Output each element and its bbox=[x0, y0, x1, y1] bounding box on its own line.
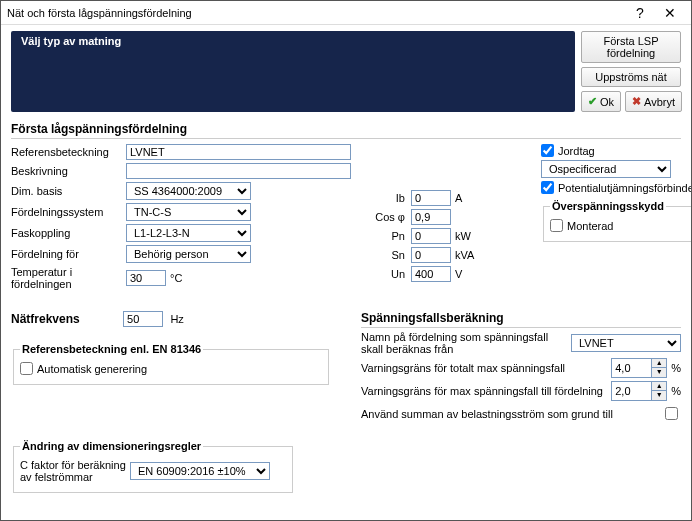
ib-input[interactable] bbox=[411, 190, 451, 206]
close-button[interactable]: ✕ bbox=[655, 5, 685, 21]
upstream-button[interactable]: Uppströms nät bbox=[581, 67, 681, 87]
autogen-checkbox-row[interactable]: Automatisk generering bbox=[20, 362, 322, 375]
vdrop-usebase-checkbox[interactable] bbox=[665, 407, 678, 420]
earth-select[interactable]: Ospecificerad bbox=[541, 160, 671, 178]
mounted-label: Monterad bbox=[567, 220, 613, 232]
autogen-checkbox[interactable] bbox=[20, 362, 33, 375]
cross-icon: ✖ bbox=[632, 95, 641, 108]
cfactor-select[interactable]: EN 60909:2016 ±10% bbox=[130, 462, 270, 480]
ref-input[interactable] bbox=[126, 144, 351, 160]
dimrule-heading: Ändring av dimensioneringsregler bbox=[20, 440, 203, 452]
vdrop-usebase-label: Använd summan av belastningsström som gr… bbox=[361, 408, 661, 420]
sn-input[interactable] bbox=[411, 247, 451, 263]
cos-input[interactable] bbox=[411, 209, 451, 225]
lv-heading: Första lågspänningsfördelning bbox=[11, 122, 681, 139]
temp-label: Temperatur i fördelningen bbox=[11, 266, 126, 290]
cfactor-label: C faktor för beräkning av felströmmar bbox=[20, 459, 130, 483]
equi-checkbox-row[interactable]: Potentialutjämningsförbindelse. bbox=[541, 181, 691, 194]
desc-input[interactable] bbox=[126, 163, 351, 179]
window-title: Nät och första lågspänningsfördelning bbox=[7, 7, 625, 19]
ib-label: Ib bbox=[371, 192, 411, 204]
vdrop-part-spinner[interactable]: ▲▼ bbox=[611, 381, 667, 401]
vdrop-part-input[interactable] bbox=[611, 381, 651, 401]
sn-label: Sn bbox=[371, 249, 411, 261]
earth-checkbox-row[interactable]: Jordtag bbox=[541, 144, 691, 157]
check-icon: ✔ bbox=[588, 95, 597, 108]
surge-legend: Överspänningsskydd bbox=[550, 200, 666, 212]
spin-up-icon[interactable]: ▲ bbox=[652, 382, 666, 391]
vdrop-part-label: Varningsgräns för max spänningsfall till… bbox=[361, 385, 611, 397]
phase-label: Faskoppling bbox=[11, 227, 126, 239]
pn-label: Pn bbox=[371, 230, 411, 242]
spin-down-icon[interactable]: ▼ bbox=[652, 368, 666, 377]
ib-unit: A bbox=[455, 192, 462, 204]
dimrule-group: Ändring av dimensioneringsregler C fakto… bbox=[13, 440, 293, 493]
pct-unit2: % bbox=[671, 385, 681, 397]
distsys-label: Fördelningssystem bbox=[11, 206, 126, 218]
surge-group: Överspänningsskydd Monterad bbox=[543, 200, 691, 242]
mounted-checkbox-row[interactable]: Monterad bbox=[550, 219, 691, 232]
ok-button[interactable]: ✔Ok bbox=[581, 91, 621, 112]
pn-input[interactable] bbox=[411, 228, 451, 244]
pct-unit: % bbox=[671, 362, 681, 374]
first-lsp-button[interactable]: Första LSP fördelning bbox=[581, 31, 681, 63]
un-unit: V bbox=[455, 268, 462, 280]
distfor-select[interactable]: Behörig person bbox=[126, 245, 251, 263]
freq-unit: Hz bbox=[170, 313, 183, 325]
un-label: Un bbox=[371, 268, 411, 280]
mounted-checkbox[interactable] bbox=[550, 219, 563, 232]
equi-label: Potentialutjämningsförbindelse. bbox=[558, 182, 691, 194]
titlebar: Nät och första lågspänningsfördelning ? … bbox=[1, 1, 691, 25]
cancel-button[interactable]: ✖Avbryt bbox=[625, 91, 682, 112]
distsys-select[interactable]: TN-C-S bbox=[126, 203, 251, 221]
vdrop-total-label: Varningsgräns för totalt max spänningsfa… bbox=[361, 362, 611, 374]
mode-bar: Välj typ av matning G bbox=[11, 31, 575, 112]
phase-select[interactable]: L1-L2-L3-N bbox=[126, 224, 251, 242]
dimbasis-select[interactable]: SS 4364000:2009 bbox=[126, 182, 251, 200]
earth-checkbox[interactable] bbox=[541, 144, 554, 157]
un-input[interactable] bbox=[411, 266, 451, 282]
ref81346-group: Referensbeteckning enl. EN 81346 Automat… bbox=[13, 343, 329, 385]
spin-down-icon[interactable]: ▼ bbox=[652, 391, 666, 400]
vdrop-heading: Spänningsfallsberäkning bbox=[361, 311, 681, 328]
desc-label: Beskrivning bbox=[11, 165, 126, 177]
freq-input[interactable] bbox=[123, 311, 163, 327]
spin-up-icon[interactable]: ▲ bbox=[652, 359, 666, 368]
ref-label: Referensbeteckning bbox=[11, 146, 126, 158]
autogen-label: Automatisk generering bbox=[37, 363, 147, 375]
vdrop-total-input[interactable] bbox=[611, 358, 651, 378]
pn-unit: kW bbox=[455, 230, 471, 242]
temp-input[interactable] bbox=[126, 270, 166, 286]
freq-heading: Nätfrekvens Hz bbox=[11, 311, 331, 329]
cos-label: Cos φ bbox=[371, 211, 411, 223]
vdrop-name-label: Namn på fördelning som spänningsfall ska… bbox=[361, 331, 571, 355]
temp-unit: °C bbox=[170, 272, 182, 284]
equi-checkbox[interactable] bbox=[541, 181, 554, 194]
mode-bar-label: Välj typ av matning bbox=[21, 35, 565, 47]
help-button[interactable]: ? bbox=[625, 5, 655, 21]
distfor-label: Fördelning för bbox=[11, 248, 126, 260]
vdrop-name-select[interactable]: LVNET bbox=[571, 334, 681, 352]
sn-unit: kVA bbox=[455, 249, 474, 261]
earth-label: Jordtag bbox=[558, 145, 595, 157]
vdrop-total-spinner[interactable]: ▲▼ bbox=[611, 358, 667, 378]
ref81346-heading: Referensbeteckning enl. EN 81346 bbox=[20, 343, 203, 355]
dimbasis-label: Dim. basis bbox=[11, 185, 126, 197]
